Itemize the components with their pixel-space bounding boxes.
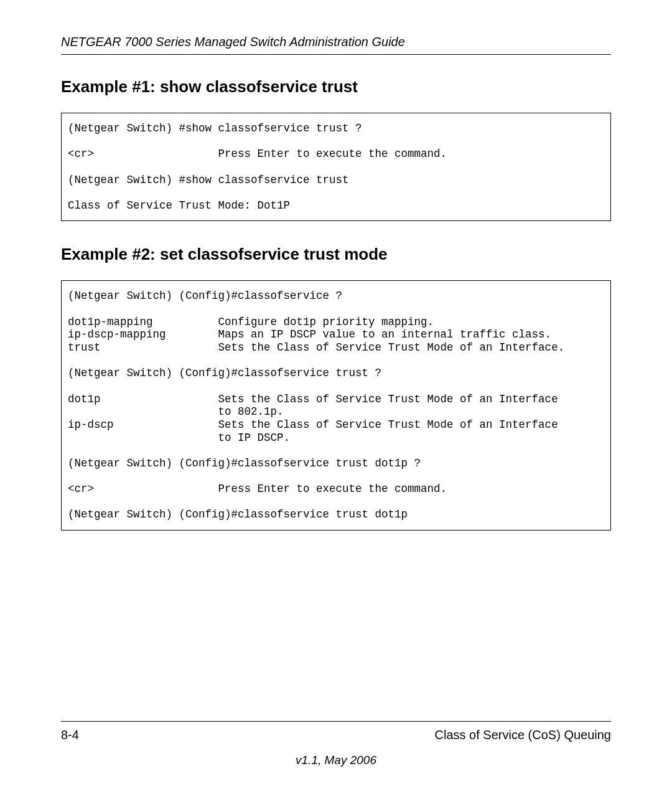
footer-rule — [61, 721, 611, 722]
chapter-title: Class of Service (CoS) Queuing — [435, 728, 611, 742]
page-number: 8-4 — [61, 728, 79, 742]
document-page: NETGEAR 7000 Series Managed Switch Admin… — [0, 0, 672, 807]
page-footer: 8-4 Class of Service (CoS) Queuing v1.1,… — [61, 721, 611, 767]
code-block-example-2: (Netgear Switch) (Config)#classofservice… — [61, 280, 611, 531]
code-block-example-1: (Netgear Switch) #show classofservice tr… — [61, 113, 611, 221]
running-header: NETGEAR 7000 Series Managed Switch Admin… — [61, 35, 611, 55]
heading-example-2: Example #2: set classofservice trust mod… — [61, 245, 611, 264]
heading-example-1: Example #1: show classofservice trust — [61, 77, 611, 97]
version-line: v1.1, May 2006 — [61, 753, 611, 767]
